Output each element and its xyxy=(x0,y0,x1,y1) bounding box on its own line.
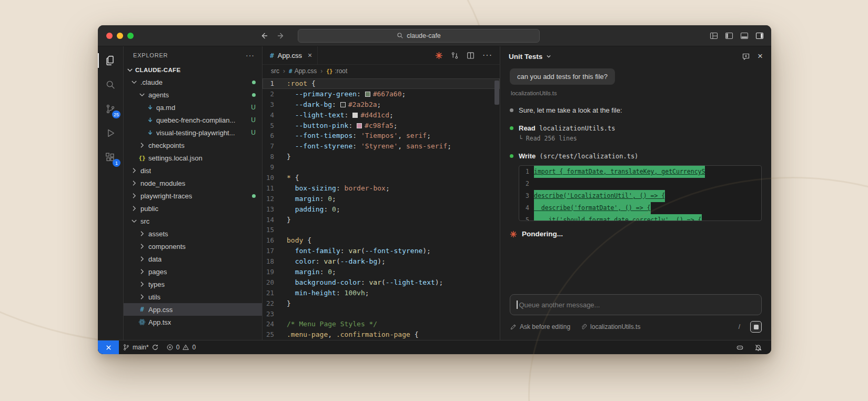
open-changes-icon[interactable] xyxy=(451,52,459,59)
code-line-5[interactable]: 5 --button-pink: #c98fa5; xyxy=(263,121,500,131)
tree-folder-data[interactable]: data xyxy=(124,253,262,265)
command-center-search[interactable]: claude-cafe xyxy=(298,29,540,43)
git-branch-status[interactable]: main* xyxy=(119,340,163,354)
code-line-13[interactable]: 13 padding: 0; xyxy=(263,204,500,215)
tree-file-app.css[interactable]: #App.css xyxy=(124,303,262,316)
minimize-window-button[interactable] xyxy=(117,33,123,39)
project-root-label: CLAUDE-CAFE xyxy=(135,67,180,73)
tree-folder-dist[interactable]: dist xyxy=(124,164,262,177)
tree-folder-types[interactable]: types xyxy=(124,278,262,290)
line-content: --dark-bg: #2a2b2a; xyxy=(287,99,381,110)
code-line-2[interactable]: 2 --primary-green: #667a60; xyxy=(263,89,500,99)
code-line-6[interactable]: 6 --font-tiempos: 'Tiempos', serif; xyxy=(263,131,500,141)
code-line-11[interactable]: 11 box-sizing: border-box; xyxy=(263,183,500,194)
breadcrumb-symbol[interactable]: {} :root xyxy=(326,67,347,75)
code-line-23[interactable]: 23 xyxy=(263,309,500,319)
code-line-3[interactable]: 3 --dark-bg: #2a2b2a; xyxy=(263,99,500,110)
customize-layout-icon[interactable] xyxy=(710,32,718,40)
tree-file-visual-testing-playwright...[interactable]: visual-testing-playwright...U xyxy=(124,126,262,139)
code-line-18[interactable]: 18 color: var(--dark-bg); xyxy=(263,256,500,267)
stop-button[interactable] xyxy=(750,321,762,333)
code-line-21[interactable]: 21 min-height: 100vh; xyxy=(263,288,500,298)
bullet-icon xyxy=(510,108,513,112)
code-line-20[interactable]: 20 background-color: var(--light-text); xyxy=(263,277,500,288)
line-content: --button-pink: #c98fa5; xyxy=(287,121,398,131)
session-title-dropdown[interactable]: Unit Tests xyxy=(509,53,552,61)
diff-line-number: 5 xyxy=(519,214,534,221)
close-tab-icon[interactable]: × xyxy=(308,51,312,59)
permission-mode-button[interactable]: Ask before editing xyxy=(510,323,570,330)
explorer-activity-icon[interactable] xyxy=(98,48,123,73)
tree-folder-pages[interactable]: pages xyxy=(124,265,262,278)
close-panel-icon[interactable]: × xyxy=(758,51,763,62)
code-line-15[interactable]: 15 xyxy=(263,225,500,235)
extensions-activity-icon[interactable]: 1 xyxy=(98,145,123,169)
claude-spark-icon[interactable] xyxy=(435,52,443,59)
tree-folder-assets[interactable]: assets xyxy=(124,227,262,240)
source-control-activity-icon[interactable]: 25 xyxy=(98,97,123,121)
code-line-10[interactable]: 10* { xyxy=(263,173,500,183)
problems-status[interactable]: 0 0 xyxy=(163,340,199,354)
attached-file-chip[interactable]: localizationUtils.ts xyxy=(580,323,640,330)
scrollbar-thumb[interactable] xyxy=(494,81,499,105)
code-line-25[interactable]: 25.menu-page, .confirmation-page { xyxy=(263,329,500,340)
tree-folder-playwright-traces[interactable]: playwright-traces xyxy=(124,189,262,202)
project-root-row[interactable]: CLAUDE-CAFE xyxy=(124,64,262,76)
code-line-9[interactable]: 9 xyxy=(263,162,500,173)
split-editor-icon[interactable] xyxy=(467,52,475,59)
panel-spacer xyxy=(510,238,762,294)
code-line-19[interactable]: 19 margin: 0; xyxy=(263,267,500,277)
tree-folder-public[interactable]: public xyxy=(124,202,262,215)
code-line-1[interactable]: 1:root { xyxy=(263,78,500,89)
message-input[interactable]: Queue another message... xyxy=(510,294,762,315)
chevron-right-icon xyxy=(138,141,146,149)
run-debug-activity-icon[interactable] xyxy=(98,121,123,145)
more-actions-icon[interactable]: ··· xyxy=(482,51,492,60)
tree-folder-utils[interactable]: utils xyxy=(124,290,262,303)
code-line-17[interactable]: 17 font-family: var(--font-styrene); xyxy=(263,246,500,256)
slash-commands-hint[interactable]: / xyxy=(739,323,746,330)
toggle-secondary-sidebar-icon[interactable] xyxy=(755,32,764,40)
tree-folder-.claude[interactable]: .claude xyxy=(124,76,262,88)
notifications-status[interactable] xyxy=(751,344,766,352)
new-chat-icon[interactable] xyxy=(742,52,750,61)
claude-panel-header: Unit Tests × xyxy=(500,46,771,66)
read-detail: └ Read 256 lines xyxy=(519,135,762,142)
tree-file-quebec-french-complian...[interactable]: quebec-french-complian...U xyxy=(124,114,262,126)
tree-folder-checkpoints[interactable]: checkpoints xyxy=(124,139,262,152)
code-line-12[interactable]: 12 margin: 0; xyxy=(263,194,500,204)
tree-folder-components[interactable]: components xyxy=(124,240,262,253)
code-line-16[interactable]: 16body { xyxy=(263,235,500,246)
tree-file-app.tsx[interactable]: App.tsx xyxy=(124,316,262,328)
file-label: App.css xyxy=(148,306,173,314)
code-line-4[interactable]: 4 --light-text: #d4d1cd; xyxy=(263,110,500,121)
toggle-panel-icon[interactable] xyxy=(740,32,749,40)
copilot-status[interactable] xyxy=(732,344,748,352)
search-activity-icon[interactable] xyxy=(98,73,123,97)
line-content: /* Menu Page Styles */ xyxy=(287,319,377,329)
tree-folder-node-modules[interactable]: node_modules xyxy=(124,177,262,189)
code-line-14[interactable]: 14} xyxy=(263,215,500,225)
code-line-7[interactable]: 7 --font-styrene: 'Styrene', sans-serif; xyxy=(263,141,500,152)
breadcrumb-file[interactable]: # App.css xyxy=(289,67,317,75)
status-row: Pondering... xyxy=(510,230,762,238)
code-line-8[interactable]: 8} xyxy=(263,152,500,162)
tab-app-css[interactable]: # App.css × xyxy=(263,46,318,64)
tree-folder-agents[interactable]: agents xyxy=(124,88,262,101)
code-line-24[interactable]: 24/* Menu Page Styles */ xyxy=(263,319,500,329)
zoom-window-button[interactable] xyxy=(127,33,134,39)
remote-indicator[interactable] xyxy=(98,340,119,354)
toggle-primary-sidebar-icon[interactable] xyxy=(725,32,733,40)
back-icon[interactable] xyxy=(260,32,268,40)
tree-folder-src[interactable]: src xyxy=(124,215,262,227)
tree-file-settings.local.json[interactable]: {}settings.local.json xyxy=(124,152,262,164)
forward-icon[interactable] xyxy=(277,32,285,40)
chevron-down-icon xyxy=(130,78,138,86)
line-number: 1 xyxy=(263,78,287,89)
code-line-22[interactable]: 22} xyxy=(263,298,500,309)
breadcrumb: src › # App.css › {} :root xyxy=(263,65,500,77)
explorer-more-actions-icon[interactable]: ··· xyxy=(246,51,255,59)
close-window-button[interactable] xyxy=(106,33,113,39)
tree-file-qa.md[interactable]: qa.mdU xyxy=(124,101,262,114)
breadcrumb-src[interactable]: src xyxy=(271,67,279,75)
